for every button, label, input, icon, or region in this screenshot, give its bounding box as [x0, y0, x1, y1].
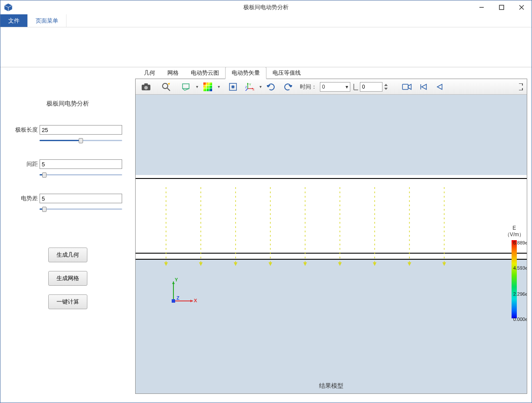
- tab-emf-contour[interactable]: 电动势云图: [185, 67, 225, 79]
- top-plate: [136, 178, 527, 179]
- screenshot-button[interactable]: [138, 80, 154, 93]
- plate-length-input[interactable]: [40, 125, 122, 135]
- chevron-down-icon: ▾: [346, 84, 348, 90]
- legend-title-2: （V/m）: [505, 231, 524, 238]
- svg-text:X: X: [253, 88, 254, 91]
- upper-region: [136, 95, 527, 175]
- expand-icon[interactable]: [518, 80, 524, 93]
- spinner-icon[interactable]: [383, 82, 389, 92]
- chevron-down-icon[interactable]: ▾: [195, 84, 199, 89]
- gap-slider[interactable]: [40, 172, 122, 178]
- potential-slider[interactable]: [40, 206, 122, 213]
- camera-record-button[interactable]: [399, 80, 415, 93]
- svg-text:Y: Y: [249, 83, 251, 86]
- svg-point-9: [144, 86, 148, 89]
- sidebar-title: 极板间电势分析: [13, 100, 122, 108]
- chevron-down-icon[interactable]: ▾: [216, 84, 221, 89]
- titlebar: 极板间电动势分析: [0, 0, 532, 14]
- result-tabs: 几何 网格 电动势云图 电动势矢量 电压等值线: [135, 67, 532, 79]
- legend-tick-1: 4.593e+02: [513, 265, 527, 271]
- colorbar: [512, 240, 517, 318]
- svg-marker-34: [422, 84, 426, 89]
- generate-geometry-button[interactable]: 生成几何: [48, 248, 87, 262]
- tab-emf-vector[interactable]: 电动势矢量: [225, 67, 266, 79]
- svg-text:Z: Z: [176, 295, 180, 301]
- time-label: 时间：: [300, 83, 317, 91]
- axes-orient-button[interactable]: YXZ: [242, 80, 257, 93]
- ribbon-area: [0, 27, 532, 67]
- svg-marker-31: [384, 88, 388, 90]
- window-title: 极板间电动势分析: [243, 3, 289, 11]
- svg-line-11: [167, 88, 170, 91]
- prev-frame-button[interactable]: [432, 80, 448, 93]
- menu-file[interactable]: 文件: [0, 14, 28, 27]
- svg-line-22: [246, 89, 248, 91]
- svg-rect-12: [203, 83, 212, 91]
- solve-button[interactable]: 一键计算: [48, 294, 87, 309]
- result-canvas[interactable]: X Y Z E （V/m） 6.889e+02: [136, 95, 527, 393]
- plate-length-label: 极板长度: [13, 126, 40, 134]
- svg-marker-35: [437, 84, 442, 89]
- svg-marker-27: [289, 86, 292, 87]
- svg-text:Y: Y: [175, 277, 178, 282]
- minimize-button[interactable]: [472, 0, 492, 14]
- rotate-cw-button[interactable]: [263, 80, 279, 93]
- svg-rect-32: [402, 84, 408, 89]
- zoom-button[interactable]: [158, 80, 174, 93]
- result-label: 结果模型: [319, 382, 343, 390]
- svg-marker-26: [267, 86, 269, 87]
- tab-voltage-iso[interactable]: 电压等值线: [266, 67, 307, 79]
- potential-label: 电势差: [13, 195, 40, 202]
- first-frame-button[interactable]: [416, 80, 431, 93]
- chevron-down-icon[interactable]: ▾: [258, 84, 263, 89]
- clip-button[interactable]: [178, 80, 194, 93]
- step-separator-icon: [351, 82, 359, 92]
- gap-label: 间距: [13, 160, 40, 168]
- gap-input[interactable]: [40, 159, 122, 169]
- legend-title-1: E: [505, 225, 524, 231]
- plate-length-slider[interactable]: [40, 137, 122, 144]
- svg-marker-21: [247, 83, 249, 84]
- legend-tick-2: 2.296e+02: [513, 291, 527, 297]
- potential-input[interactable]: [40, 194, 122, 203]
- rotate-ccw-button[interactable]: [280, 80, 296, 93]
- colorbar-legend: E （V/m） 6.889e+02 4.593e+02 2.296e+02 0.…: [505, 225, 524, 318]
- window-buttons: [472, 0, 532, 14]
- app-window: 极板间电动势分析 文件 页面菜单 极板间电势分析 极板长度: [0, 0, 532, 403]
- svg-rect-4: [499, 5, 504, 10]
- viewer-toolbar: ▾ ▾ YXZ ▾: [136, 79, 527, 95]
- legend-tick-3: 0.000e+00: [513, 317, 527, 322]
- legend-tick-0: 6.889e+02: [513, 240, 527, 245]
- main-area: 几何 网格 电动势云图 电动势矢量 电压等值线: [135, 67, 532, 403]
- svg-point-10: [163, 83, 168, 89]
- generate-mesh-button[interactable]: 生成网格: [48, 271, 87, 286]
- app-icon: [3, 2, 13, 13]
- colormap-button[interactable]: [200, 80, 216, 93]
- svg-text:X: X: [194, 298, 197, 303]
- svg-rect-51: [172, 299, 175, 303]
- param-gap: 间距: [13, 159, 122, 178]
- fit-view-button[interactable]: [225, 80, 241, 93]
- time-combo[interactable]: 0▾: [320, 82, 350, 92]
- svg-rect-8: [144, 83, 148, 85]
- param-potential: 电势差: [13, 194, 122, 213]
- maximize-button[interactable]: [492, 0, 512, 14]
- svg-text:Z: Z: [245, 86, 247, 89]
- menubar: 文件 页面菜单: [0, 14, 532, 27]
- svg-marker-46: [190, 300, 193, 302]
- svg-marker-30: [384, 84, 388, 86]
- tab-mesh[interactable]: 网格: [161, 67, 185, 79]
- axis-triad: X Y Z: [167, 277, 197, 307]
- field-vectors: [136, 179, 527, 266]
- sidebar: 极板间电势分析 极板长度 间距: [0, 67, 135, 403]
- param-plate-length: 极板长度: [13, 125, 122, 144]
- close-button[interactable]: [512, 0, 532, 14]
- viewer-frame: ▾ ▾ YXZ ▾: [135, 79, 527, 394]
- time-frame-input[interactable]: [360, 82, 382, 92]
- tab-geometry[interactable]: 几何: [138, 67, 161, 79]
- menu-page[interactable]: 页面菜单: [28, 14, 66, 27]
